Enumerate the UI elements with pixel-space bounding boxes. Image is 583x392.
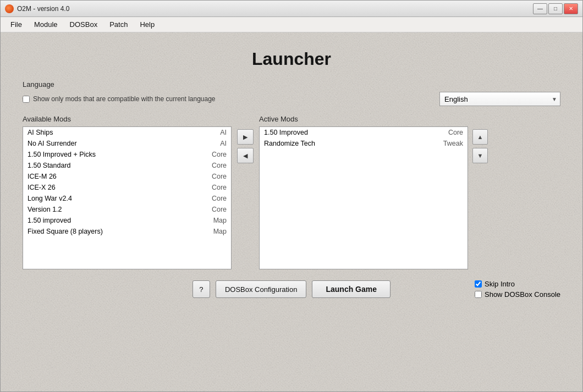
list-item[interactable]: ICE-M 26Core [23,171,231,182]
available-mods-title: Available Mods [23,115,232,123]
language-section-label: Language [23,80,560,89]
add-mod-button[interactable]: ▶ [237,129,254,145]
menu-item-help[interactable]: Help [134,19,160,30]
sort-buttons: ▲ ▼ [468,129,492,163]
menu-item-file[interactable]: File [5,19,28,30]
list-item[interactable]: Fixed Square (8 players)Map [23,226,231,237]
language-compat-label: Show only mods that are compatible with … [33,95,216,103]
remove-mod-button[interactable]: ◀ [237,148,254,163]
bottom-right-options: Skip Intro Show DOSBox Console [475,280,560,299]
page-title: Launcher [23,32,560,80]
list-item[interactable]: No AI SurrenderAI [23,138,231,149]
list-item[interactable]: Randomize TechTweak [260,138,468,149]
launch-game-button[interactable]: Launch Game [312,280,391,298]
title-bar-left: O2M - version 4.0 [5,4,69,13]
available-mods-panel: Available Mods AI ShipsAINo AI Surrender… [23,115,232,269]
menu-item-module[interactable]: Module [29,19,63,30]
language-section: Language Show only mods that are compati… [23,80,560,106]
maximize-button[interactable]: □ [548,3,563,14]
dosbox-config-button[interactable]: DOSBox Configuration [216,280,307,298]
minimize-button[interactable]: — [533,3,547,14]
mods-section: Available Mods AI ShipsAINo AI Surrender… [23,115,560,269]
language-compat-row: Show only mods that are compatible with … [23,95,216,103]
app-icon [5,4,14,13]
list-item[interactable]: 1.50 StandardCore [23,160,231,171]
help-button[interactable]: ? [193,280,210,298]
skip-intro-checkbox[interactable] [475,280,482,288]
move-down-button[interactable]: ▼ [472,148,488,163]
active-mods-list: 1.50 ImprovedCoreRandomize TechTweak [260,127,468,269]
list-item[interactable]: 1.50 ImprovedCore [260,127,468,138]
move-up-button[interactable]: ▲ [472,129,488,145]
transfer-buttons: ▶ ◀ [232,129,259,163]
available-mods-list: AI ShipsAINo AI SurrenderAI1.50 Improved… [23,127,231,269]
bottom-bar: ? DOSBox Configuration Launch Game Skip … [23,269,560,303]
show-console-checkbox[interactable] [475,291,482,298]
skip-intro-label: Skip Intro [485,280,515,288]
skip-intro-row: Skip Intro [475,280,515,288]
list-item[interactable]: ICE-X 26Core [23,182,231,193]
active-mods-title: Active Mods [259,115,468,123]
list-item[interactable]: AI ShipsAI [23,127,231,138]
main-window: O2M - version 4.0 — □ ✕ FileModuleDOSBox… [0,0,583,392]
close-button[interactable]: ✕ [564,3,578,14]
language-select[interactable]: EnglishFrenchGermanSpanishItalian [439,92,560,106]
show-console-row: Show DOSBox Console [475,290,560,299]
main-content: Launcher Language Show only mods that ar… [1,32,582,391]
list-item[interactable]: 1.50 Improved + PicksCore [23,149,231,160]
menu-bar: FileModuleDOSBoxPatchHelp [1,17,582,32]
title-bar: O2M - version 4.0 — □ ✕ [1,1,582,17]
active-mods-container: 1.50 ImprovedCoreRandomize TechTweak [259,126,468,269]
list-item[interactable]: Long War v2.4Core [23,193,231,204]
window-title: O2M - version 4.0 [17,5,69,13]
list-item[interactable]: Version 1.2Core [23,204,231,215]
menu-item-patch[interactable]: Patch [104,19,133,30]
active-mods-panel: Active Mods 1.50 ImprovedCoreRandomize T… [259,115,468,269]
show-console-label: Show DOSBox Console [485,290,560,299]
available-mods-container: AI ShipsAINo AI SurrenderAI1.50 Improved… [23,126,232,269]
language-compat-checkbox[interactable] [23,96,30,103]
title-bar-buttons: — □ ✕ [533,3,578,14]
menu-item-dosbox[interactable]: DOSBox [64,19,103,30]
language-select-wrapper: EnglishFrenchGermanSpanishItalian [439,92,560,106]
list-item[interactable]: 1.50 improvedMap [23,215,231,226]
language-row: Show only mods that are compatible with … [23,92,560,106]
